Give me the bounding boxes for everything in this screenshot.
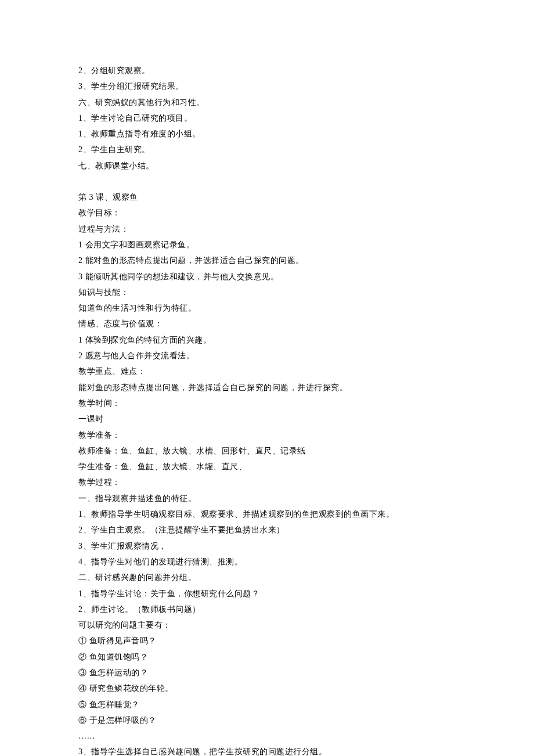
section-heading: 教学过程： xyxy=(78,474,476,490)
text-line: 4、指导学生对他们的发现进行猜测、推测。 xyxy=(78,554,476,570)
list-item: ⑥ 于是怎样呼吸的？ xyxy=(78,712,476,728)
blank-line xyxy=(78,174,476,189)
text-line: 2、师生讨论。（教师板书问题） xyxy=(78,602,476,617)
section-heading: 知识与技能： xyxy=(78,285,476,300)
ellipsis-line: …… xyxy=(78,728,476,744)
list-item: ① 鱼听得见声音吗？ xyxy=(78,633,476,649)
text-line: 3、指导学生选择自己感兴趣问题，把学生按研究的问题进行分组。 xyxy=(78,744,476,756)
text-line: 1、教师重点指导有难度的小组。 xyxy=(78,126,476,142)
text-line: 七、教师课堂小结。 xyxy=(78,158,476,174)
text-line: 学生准备：鱼、鱼缸、放大镜、水罐、直尺、 xyxy=(78,459,476,474)
text-line: 知道鱼的生活习性和行为特征。 xyxy=(78,300,476,316)
text-line: 2、分组研究观察。 xyxy=(78,63,476,78)
section-heading: 教学准备： xyxy=(78,427,476,443)
text-line: 1 会用文字和图画观察记录鱼。 xyxy=(78,237,476,253)
section-heading: 教学重点、难点： xyxy=(78,363,476,379)
section-heading: 情感、态度与价值观： xyxy=(78,316,476,332)
text-line: 2 能对鱼的形态特点提出问题，并选择适合自己探究的问题。 xyxy=(78,253,476,268)
text-line: 2、学生自主研究。 xyxy=(78,142,476,157)
list-item: ④ 研究鱼鳞花纹的年轮。 xyxy=(78,681,476,696)
text-line: 3 能倾听其他同学的想法和建议，并与他人交换意见。 xyxy=(78,269,476,285)
text-line: 1 体验到探究鱼的特征方面的兴趣。 xyxy=(78,332,476,348)
section-heading: 过程与方法： xyxy=(78,221,476,237)
text-line: 可以研究的问题主要有： xyxy=(78,617,476,633)
document-body: 2、分组研究观察。 3、学生分组汇报研究结果。 六、研究蚂蚁的其他行为和习性。 … xyxy=(78,63,476,756)
text-line: 二、研讨感兴趣的问题并分组。 xyxy=(78,570,476,585)
text-line: 3、学生分组汇报研究结果。 xyxy=(78,78,476,94)
text-line: 3、学生汇报观察情况， xyxy=(78,538,476,554)
list-item: ⑤ 鱼怎样睡觉？ xyxy=(78,697,476,712)
text-line: 2 愿意与他人合作并交流看法。 xyxy=(78,348,476,363)
text-line: 能对鱼的形态特点提出问题，并选择适合自己探究的问题，并进行探究。 xyxy=(78,380,476,395)
text-line: 教师准备：鱼、鱼缸、放大镜、水槽、回形针、直尺、记录纸 xyxy=(78,443,476,459)
list-item: ② 鱼知道饥饱吗？ xyxy=(78,649,476,665)
section-heading: 教学目标： xyxy=(78,205,476,221)
text-line: 一、指导观察并描述鱼的特征。 xyxy=(78,491,476,506)
text-line: 六、研究蚂蚁的其他行为和习性。 xyxy=(78,95,476,110)
lesson-title: 第 3 课、观察鱼 xyxy=(78,189,476,205)
text-line: 2、学生自主观察。（注意提醒学生不要把鱼捞出水来） xyxy=(78,522,476,538)
text-line: 1、学生讨论自己研究的项目。 xyxy=(78,110,476,126)
text-line: 1、教师指导学生明确观察目标、观察要求、并描述观察到的鱼把观察到的鱼画下来。 xyxy=(78,506,476,522)
text-line: 1、指导学生讨论：关于鱼，你想研究什么问题？ xyxy=(78,586,476,602)
list-item: ③ 鱼怎样运动的？ xyxy=(78,665,476,681)
section-heading: 教学时间： xyxy=(78,395,476,411)
text-line: 一课时 xyxy=(78,411,476,427)
